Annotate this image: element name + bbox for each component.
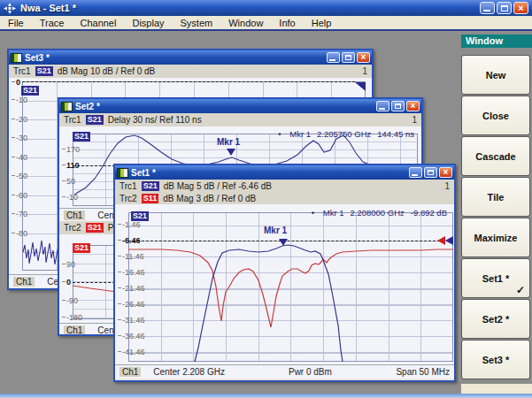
maximize-icon (345, 55, 351, 60)
maximize-icon (428, 170, 434, 175)
set1-minimize-button[interactable] (409, 167, 422, 178)
softkey-new[interactable]: New (461, 55, 530, 95)
menu-trace[interactable]: Trace (32, 17, 73, 29)
set1-trace1-header[interactable]: Trc1 S21 dB Mag 5 dB / Ref -6.46 dB 1 (115, 180, 454, 192)
set1-trace2-header[interactable]: Trc2 S11 dB Mag 3 dB / Ref 0 dB (115, 192, 454, 204)
close-icon: × (411, 102, 416, 111)
set2-title: Set2 * (75, 102, 374, 111)
softkey-cascade[interactable]: Cascade (461, 136, 530, 176)
channel-label: Ch1 (64, 325, 85, 335)
channel-span: Span 50 MHz (396, 367, 450, 377)
channel-label: Ch1 (64, 210, 85, 220)
close-icon: × (518, 4, 523, 13)
close-icon: × (443, 168, 449, 177)
channel-label: Ch1 (13, 277, 35, 287)
menu-help[interactable]: Help (304, 17, 340, 29)
menu-bar: File Trace Channel Display System Window… (0, 16, 532, 31)
s21-badge: S21 (35, 66, 53, 76)
set2-minimize-button[interactable] (376, 101, 389, 111)
s21-badge: S21 (86, 115, 104, 125)
sidebar-header: Window (461, 34, 532, 48)
trace-name: Trc2 (120, 194, 137, 203)
minimize-icon (329, 59, 335, 61)
menu-system[interactable]: System (173, 17, 221, 29)
set3-maximize-button[interactable] (342, 52, 355, 63)
trace-format: dB Mag 3 dB / Ref 0 dB (163, 194, 256, 203)
sidebar-filler (461, 384, 532, 394)
softkey-set1[interactable]: Set1 * ✓ (461, 258, 530, 298)
set2-maximize-button[interactable] (391, 101, 405, 111)
set3-title-bar[interactable]: Set3 * × (9, 50, 372, 65)
application-window: Nwa - Set1 * × File Trace Channel Displa… (0, 0, 532, 398)
channel-label: Ch1 (120, 367, 141, 377)
main-title-bar[interactable]: Nwa - Set1 * × (0, 0, 532, 16)
softkey-maximize[interactable]: Maximize (461, 218, 530, 257)
app-title: Nwa - Set1 * (20, 3, 478, 13)
s11-badge: S11 (142, 194, 159, 203)
set1-diagram: S21 • Mkr 12.208000 GHz-9.892 dB -1.46 -… (115, 204, 454, 364)
minimize-icon (379, 108, 385, 110)
minimize-button[interactable] (480, 2, 495, 14)
menu-info[interactable]: Info (271, 17, 303, 29)
set1-close-button[interactable]: × (439, 167, 452, 178)
trace-name: Trc1 (120, 181, 137, 191)
softkey-close[interactable]: Close (461, 96, 530, 135)
menu-display[interactable]: Display (124, 17, 172, 29)
softkey-set3[interactable]: Set3 * (461, 340, 530, 379)
set3-title: Set3 * (25, 53, 325, 63)
restore-icon (501, 5, 508, 11)
menu-channel[interactable]: Channel (72, 17, 124, 29)
softkey-tile[interactable]: Tile (461, 177, 530, 217)
trace-format: dB Mag 5 dB / Ref -6.46 dB (164, 181, 272, 191)
trace-name: Trc2 (64, 223, 81, 233)
set1-window-icon (117, 168, 128, 178)
set2-trace1-header[interactable]: Trc1 S21 Delay 30 ns/ Ref 110 ns 1 (59, 113, 421, 126)
softkey-set2[interactable]: Set2 * (461, 299, 530, 339)
diagram-number: 1 (362, 66, 367, 76)
set1-title: Set1 * (131, 168, 407, 178)
app-logo-icon (4, 3, 16, 14)
set2-close-button[interactable]: × (406, 101, 420, 111)
trace-name: Trc1 (13, 66, 31, 76)
set3-close-button[interactable]: × (357, 52, 370, 63)
checkmark-icon: ✓ (516, 284, 525, 296)
minimize-icon (483, 10, 490, 11)
set1-channel-row: Ch1 Center 2.208 GHz Pwr 0 dBm Span 50 M… (115, 364, 454, 379)
trace-name: Trc1 (64, 115, 81, 125)
set1-trace-s11 (128, 249, 453, 327)
set1-title-bar[interactable]: Set1 * × (115, 165, 454, 180)
trace-format: dB Mag 10 dB / Ref 0 dB (58, 66, 156, 76)
window-set1[interactable]: Set1 * × Trc1 S21 dB Mag 5 dB / Ref -6.4… (113, 164, 456, 382)
set3-trace-header[interactable]: Trc1 S21 dB Mag 10 dB / Ref 0 dB 1 (9, 65, 372, 78)
trace-format: Delay 30 ns/ Ref 110 ns (108, 115, 202, 125)
softkey-sidebar: Window New Close Cascade Tile Maximize S… (459, 33, 532, 394)
restore-button[interactable] (497, 2, 512, 14)
channel-center: Center 2.208 GHz (153, 367, 225, 377)
set3-minimize-button[interactable] (327, 52, 340, 63)
set1-traces (115, 204, 454, 364)
channel-power: Pwr 0 dBm (289, 367, 332, 377)
set2-title-bar[interactable]: Set2 * × (59, 99, 421, 113)
close-button[interactable]: × (513, 2, 528, 14)
diagram-number: 1 (444, 181, 450, 191)
s21-badge-red: S21 (86, 223, 104, 233)
maximize-icon (395, 103, 401, 109)
minimize-icon (412, 174, 418, 176)
menu-window[interactable]: Window (220, 17, 271, 29)
diagram-number: 1 (412, 115, 417, 125)
set3-window-icon (11, 53, 22, 63)
window-bottom-border (0, 394, 532, 398)
close-icon: × (361, 53, 366, 62)
s21-badge: S21 (142, 181, 159, 191)
set1-maximize-button[interactable] (424, 167, 437, 178)
set2-window-icon (61, 102, 73, 111)
menu-file[interactable]: File (0, 17, 32, 29)
